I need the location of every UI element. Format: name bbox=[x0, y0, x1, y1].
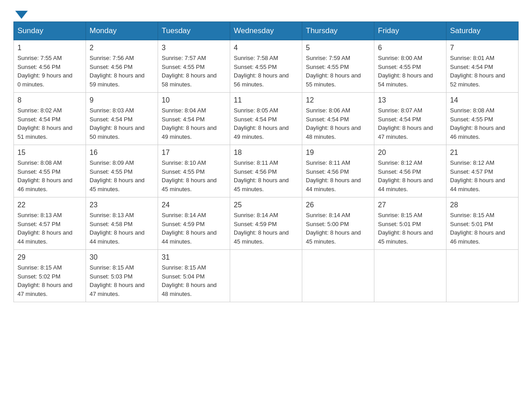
calendar-cell: 12 Sunrise: 8:06 AM Sunset: 4:54 PM Dayl… bbox=[302, 93, 374, 145]
logo bbox=[13, 9, 28, 17]
weekday-header-saturday: Saturday bbox=[446, 22, 519, 40]
day-number: 2 bbox=[90, 44, 154, 52]
day-info: Sunrise: 7:58 AM Sunset: 4:55 PM Dayligh… bbox=[234, 54, 298, 89]
week-row-4: 22 Sunrise: 8:13 AM Sunset: 4:57 PM Dayl… bbox=[14, 197, 519, 250]
calendar-cell: 5 Sunrise: 7:59 AM Sunset: 4:55 PM Dayli… bbox=[302, 40, 374, 93]
day-number: 7 bbox=[450, 44, 515, 52]
day-info: Sunrise: 8:15 AM Sunset: 5:03 PM Dayligh… bbox=[90, 263, 154, 298]
calendar-cell: 6 Sunrise: 8:00 AM Sunset: 4:55 PM Dayli… bbox=[374, 40, 446, 93]
day-info: Sunrise: 8:08 AM Sunset: 4:55 PM Dayligh… bbox=[450, 106, 515, 141]
day-number: 21 bbox=[450, 149, 515, 157]
day-number: 16 bbox=[90, 149, 154, 157]
day-number: 28 bbox=[450, 201, 515, 209]
calendar-cell: 23 Sunrise: 8:13 AM Sunset: 4:58 PM Dayl… bbox=[86, 197, 158, 250]
day-info: Sunrise: 8:08 AM Sunset: 4:55 PM Dayligh… bbox=[17, 158, 82, 193]
day-number: 31 bbox=[162, 253, 226, 261]
day-info: Sunrise: 8:15 AM Sunset: 5:04 PM Dayligh… bbox=[162, 263, 226, 298]
day-info: Sunrise: 8:10 AM Sunset: 4:55 PM Dayligh… bbox=[162, 158, 226, 193]
calendar-cell: 11 Sunrise: 8:05 AM Sunset: 4:54 PM Dayl… bbox=[230, 93, 302, 145]
calendar-cell: 7 Sunrise: 8:01 AM Sunset: 4:54 PM Dayli… bbox=[446, 40, 519, 93]
week-row-1: 1 Sunrise: 7:55 AM Sunset: 4:56 PM Dayli… bbox=[14, 40, 519, 93]
calendar-cell bbox=[230, 250, 302, 302]
week-row-5: 29 Sunrise: 8:15 AM Sunset: 5:02 PM Dayl… bbox=[14, 250, 519, 302]
day-info: Sunrise: 8:04 AM Sunset: 4:54 PM Dayligh… bbox=[162, 106, 226, 141]
day-info: Sunrise: 8:13 AM Sunset: 4:58 PM Dayligh… bbox=[90, 211, 154, 246]
calendar-cell bbox=[374, 250, 446, 302]
calendar-cell: 17 Sunrise: 8:10 AM Sunset: 4:55 PM Dayl… bbox=[158, 145, 230, 197]
calendar-cell: 31 Sunrise: 8:15 AM Sunset: 5:04 PM Dayl… bbox=[158, 250, 230, 302]
calendar-cell: 3 Sunrise: 7:57 AM Sunset: 4:55 PM Dayli… bbox=[158, 40, 230, 93]
day-number: 25 bbox=[234, 201, 298, 209]
weekday-header-wednesday: Wednesday bbox=[230, 22, 302, 40]
day-number: 24 bbox=[162, 201, 226, 209]
calendar-cell: 13 Sunrise: 8:07 AM Sunset: 4:54 PM Dayl… bbox=[374, 93, 446, 145]
day-info: Sunrise: 8:13 AM Sunset: 4:57 PM Dayligh… bbox=[17, 211, 82, 246]
day-info: Sunrise: 8:06 AM Sunset: 4:54 PM Dayligh… bbox=[306, 106, 370, 141]
calendar-cell: 19 Sunrise: 8:11 AM Sunset: 4:56 PM Dayl… bbox=[302, 145, 374, 197]
day-number: 22 bbox=[17, 201, 82, 209]
calendar-cell: 26 Sunrise: 8:14 AM Sunset: 5:00 PM Dayl… bbox=[302, 197, 374, 250]
calendar-cell: 4 Sunrise: 7:58 AM Sunset: 4:55 PM Dayli… bbox=[230, 40, 302, 93]
day-info: Sunrise: 8:11 AM Sunset: 4:56 PM Dayligh… bbox=[306, 158, 370, 193]
day-number: 9 bbox=[90, 96, 154, 104]
calendar-cell: 2 Sunrise: 7:56 AM Sunset: 4:56 PM Dayli… bbox=[86, 40, 158, 93]
day-number: 14 bbox=[450, 96, 515, 104]
day-number: 5 bbox=[306, 44, 370, 52]
day-number: 29 bbox=[17, 253, 82, 261]
week-row-3: 15 Sunrise: 8:08 AM Sunset: 4:55 PM Dayl… bbox=[14, 145, 519, 197]
day-number: 4 bbox=[234, 44, 298, 52]
weekday-header-friday: Friday bbox=[374, 22, 446, 40]
calendar-cell: 20 Sunrise: 8:12 AM Sunset: 4:56 PM Dayl… bbox=[374, 145, 446, 197]
calendar-cell: 9 Sunrise: 8:03 AM Sunset: 4:54 PM Dayli… bbox=[86, 93, 158, 145]
day-info: Sunrise: 8:09 AM Sunset: 4:55 PM Dayligh… bbox=[90, 158, 154, 193]
day-info: Sunrise: 8:03 AM Sunset: 4:54 PM Dayligh… bbox=[90, 106, 154, 141]
day-info: Sunrise: 8:12 AM Sunset: 4:56 PM Dayligh… bbox=[378, 158, 442, 193]
day-info: Sunrise: 8:14 AM Sunset: 4:59 PM Dayligh… bbox=[162, 211, 226, 246]
calendar-cell: 30 Sunrise: 8:15 AM Sunset: 5:03 PM Dayl… bbox=[86, 250, 158, 302]
day-number: 18 bbox=[234, 149, 298, 157]
day-info: Sunrise: 8:07 AM Sunset: 4:54 PM Dayligh… bbox=[378, 106, 442, 141]
day-info: Sunrise: 8:12 AM Sunset: 4:57 PM Dayligh… bbox=[450, 158, 515, 193]
day-number: 30 bbox=[90, 253, 154, 261]
weekday-header-thursday: Thursday bbox=[302, 22, 374, 40]
calendar-cell: 14 Sunrise: 8:08 AM Sunset: 4:55 PM Dayl… bbox=[446, 93, 519, 145]
calendar-cell bbox=[446, 250, 519, 302]
day-info: Sunrise: 7:55 AM Sunset: 4:56 PM Dayligh… bbox=[17, 54, 82, 89]
day-number: 13 bbox=[378, 96, 442, 104]
week-row-2: 8 Sunrise: 8:02 AM Sunset: 4:54 PM Dayli… bbox=[14, 93, 519, 145]
day-info: Sunrise: 8:02 AM Sunset: 4:54 PM Dayligh… bbox=[17, 106, 82, 141]
day-info: Sunrise: 8:14 AM Sunset: 5:00 PM Dayligh… bbox=[306, 211, 370, 246]
day-number: 11 bbox=[234, 96, 298, 104]
weekday-header-sunday: Sunday bbox=[14, 22, 86, 40]
calendar-cell: 22 Sunrise: 8:13 AM Sunset: 4:57 PM Dayl… bbox=[14, 197, 86, 250]
day-number: 6 bbox=[378, 44, 442, 52]
day-info: Sunrise: 8:15 AM Sunset: 5:01 PM Dayligh… bbox=[378, 211, 442, 246]
day-number: 3 bbox=[162, 44, 226, 52]
weekday-header-row: SundayMondayTuesdayWednesdayThursdayFrid… bbox=[14, 22, 519, 40]
calendar-cell: 1 Sunrise: 7:55 AM Sunset: 4:56 PM Dayli… bbox=[14, 40, 86, 93]
calendar-cell: 21 Sunrise: 8:12 AM Sunset: 4:57 PM Dayl… bbox=[446, 145, 519, 197]
day-info: Sunrise: 8:15 AM Sunset: 5:01 PM Dayligh… bbox=[450, 211, 515, 246]
calendar-cell: 16 Sunrise: 8:09 AM Sunset: 4:55 PM Dayl… bbox=[86, 145, 158, 197]
day-info: Sunrise: 8:11 AM Sunset: 4:56 PM Dayligh… bbox=[234, 158, 298, 193]
calendar-cell: 28 Sunrise: 8:15 AM Sunset: 5:01 PM Dayl… bbox=[446, 197, 519, 250]
day-number: 17 bbox=[162, 149, 226, 157]
calendar-cell: 24 Sunrise: 8:14 AM Sunset: 4:59 PM Dayl… bbox=[158, 197, 230, 250]
logo-arrow-icon bbox=[15, 11, 28, 19]
day-number: 19 bbox=[306, 149, 370, 157]
calendar-cell: 29 Sunrise: 8:15 AM Sunset: 5:02 PM Dayl… bbox=[14, 250, 86, 302]
calendar-cell: 15 Sunrise: 8:08 AM Sunset: 4:55 PM Dayl… bbox=[14, 145, 86, 197]
day-info: Sunrise: 7:56 AM Sunset: 4:56 PM Dayligh… bbox=[90, 54, 154, 89]
calendar-cell: 25 Sunrise: 8:14 AM Sunset: 4:59 PM Dayl… bbox=[230, 197, 302, 250]
day-number: 20 bbox=[378, 149, 442, 157]
calendar-table: SundayMondayTuesdayWednesdayThursdayFrid… bbox=[13, 21, 519, 302]
calendar-cell: 10 Sunrise: 8:04 AM Sunset: 4:54 PM Dayl… bbox=[158, 93, 230, 145]
day-number: 15 bbox=[17, 149, 82, 157]
day-info: Sunrise: 8:05 AM Sunset: 4:54 PM Dayligh… bbox=[234, 106, 298, 141]
day-number: 10 bbox=[162, 96, 226, 104]
day-number: 27 bbox=[378, 201, 442, 209]
day-info: Sunrise: 7:57 AM Sunset: 4:55 PM Dayligh… bbox=[162, 54, 226, 89]
day-number: 1 bbox=[17, 44, 82, 52]
day-info: Sunrise: 8:14 AM Sunset: 4:59 PM Dayligh… bbox=[234, 211, 298, 246]
calendar-cell: 8 Sunrise: 8:02 AM Sunset: 4:54 PM Dayli… bbox=[14, 93, 86, 145]
